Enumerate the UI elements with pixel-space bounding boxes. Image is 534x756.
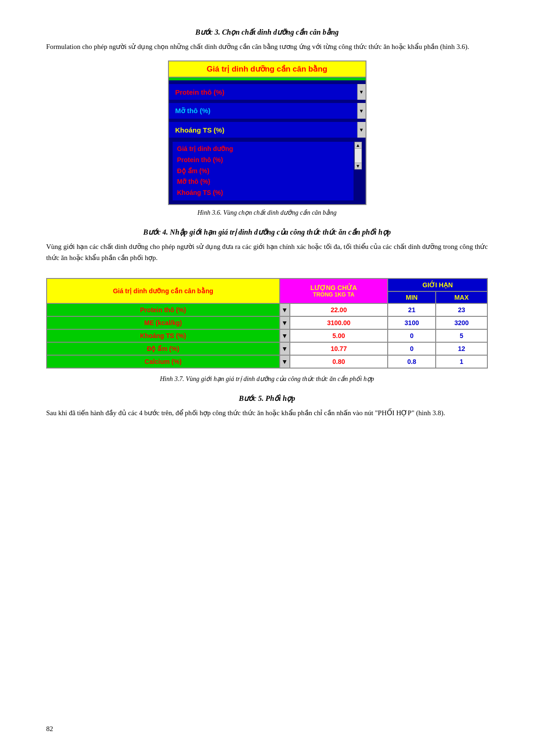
luong-chua-label: LƯỢNG CHỨA (285, 284, 383, 291)
row-min-1: 3100 (388, 316, 436, 329)
row-max-0: 23 (436, 303, 487, 316)
step3-body: Formulation cho phép người sử dụng chọn … (46, 41, 488, 52)
row-label-1: ME (kcal/kg) (47, 316, 280, 329)
item-label-3: Khoáng TS (%) (169, 122, 357, 138)
table-max-header: MAX (436, 291, 487, 303)
scroll-item-0: Giá trị dinh dưỡng (177, 144, 349, 155)
row-arrow-3[interactable]: ▼ (280, 342, 290, 355)
figure-3-6-caption: Hình 3.6. Vùng chọn chất dinh dưỡng cần … (198, 209, 337, 217)
table-row: Khoáng TS (%)▼5.0005 (47, 329, 487, 342)
row-label-0: Protein thô (%) (47, 303, 280, 316)
table-col1-header: Giá trị dinh dưỡng cần cân bằng (47, 278, 280, 303)
step3-title: Bước 3. Chọn chất dinh dưỡng cần cân bằn… (46, 28, 488, 36)
step5-title: Bước 5. Phối hợp (46, 394, 488, 403)
row-min-3: 0 (388, 342, 436, 355)
table-row: Protein thô (%)▼22.002123 (47, 303, 487, 316)
nutrition-item-row-2: Mỡ thô (%) ▼ (169, 103, 366, 119)
scrollbar-up[interactable]: ▲ (355, 142, 361, 149)
scroll-item-1: Protein thô (%) (177, 155, 349, 166)
row-value-0: 22.00 (290, 303, 388, 316)
row-max-3: 12 (436, 342, 487, 355)
nutrition-item-row-3: Khoáng TS (%) ▼ (169, 122, 366, 138)
row-arrow-4[interactable]: ▼ (280, 355, 290, 368)
row-value-3: 10.77 (290, 342, 388, 355)
row-arrow-1[interactable]: ▼ (280, 316, 290, 329)
nutrition-selection-box: Giá trị dinh dưỡng cần cân bằng Protein … (168, 60, 366, 205)
nutrition-limits-table: Giá trị dinh dưỡng cần cân bằng LƯỢNG CH… (46, 278, 488, 369)
row-label-3: Độ ẩm (%) (47, 342, 280, 355)
dropdown-arrow-3[interactable]: ▼ (357, 122, 366, 138)
table-col3-header: GIỚI HẠN (388, 278, 487, 291)
scrollbar-down[interactable]: ▼ (355, 163, 361, 169)
row-max-4: 1 (436, 355, 487, 368)
figure-3-7-container: Giá trị dinh dưỡng cần cân bằng LƯỢNG CH… (46, 272, 488, 391)
dropdown-arrow-1[interactable]: ▼ (357, 84, 366, 100)
step4-body: Vùng giới hạn các chất dinh dưỡng cho ph… (46, 241, 488, 263)
nutrition-item-row-1: Protein thô (%) ▼ (169, 84, 366, 100)
step5-body: Sau khi đã tiến hành đầy đủ các 4 bước t… (46, 407, 488, 418)
figure-3-6-container: Giá trị dinh dưỡng cần cân bằng Protein … (46, 60, 488, 225)
row-min-2: 0 (388, 329, 436, 342)
row-value-2: 5.00 (290, 329, 388, 342)
row-value-4: 0.80 (290, 355, 388, 368)
scrollbar[interactable]: ▲ ▼ (354, 142, 362, 169)
item-label-2: Mỡ thô (%) (169, 103, 357, 119)
row-min-4: 0.8 (388, 355, 436, 368)
page-number: 82 (46, 725, 53, 733)
table-col2-header: LƯỢNG CHỨA TRONG 1KG TA (280, 278, 388, 303)
table-row: Độ ẩm (%)▼10.77012 (47, 342, 487, 355)
row-max-1: 3200 (436, 316, 487, 329)
scroll-item-4: Khoáng TS (%) (177, 187, 349, 199)
scroll-list: Giá trị dinh dưỡng Protein thô (%) Độ ẩm… (173, 142, 354, 200)
box-header: Giá trị dinh dưỡng cần cân bằng (169, 61, 366, 78)
row-arrow-0[interactable]: ▼ (280, 303, 290, 316)
row-label-2: Khoáng TS (%) (47, 329, 280, 342)
table-row: Calcium (%)▼0.800.81 (47, 355, 487, 368)
row-value-1: 3100.00 (290, 316, 388, 329)
scroll-item-2: Độ ẩm (%) (177, 166, 349, 177)
step4-title: Bước 4. Nhập giới hạn giá trị dinh dưỡng… (46, 228, 488, 236)
item-label-1: Protein thô (%) (169, 85, 357, 100)
figure-3-7-caption: Hình 3.7. Vùng giới hạn giá trị dinh dưỡ… (160, 375, 374, 383)
table-row: ME (kcal/kg)▼3100.0031003200 (47, 316, 487, 329)
row-label-4: Calcium (%) (47, 355, 280, 368)
dropdown-arrow-2[interactable]: ▼ (357, 103, 366, 119)
scrollbar-track (355, 149, 361, 163)
trong-1kg-label: TRONG 1KG TA (285, 291, 383, 298)
table-min-header: MIN (388, 291, 436, 303)
scroll-area: Giá trị dinh dưỡng Protein thô (%) Độ ẩm… (169, 142, 366, 204)
row-min-0: 21 (388, 303, 436, 316)
row-max-2: 5 (436, 329, 487, 342)
scroll-item-3: Mỡ thô (%) (177, 176, 349, 187)
row-arrow-2[interactable]: ▼ (280, 329, 290, 342)
